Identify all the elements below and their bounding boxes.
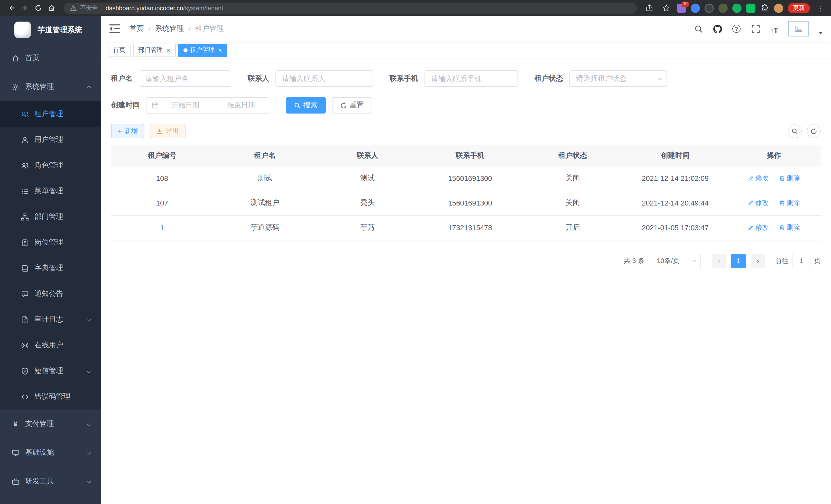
sidebar-item-notice[interactable]: 通知公告 <box>0 281 101 307</box>
export-button[interactable]: 导出 <box>149 124 185 138</box>
mobile-input[interactable] <box>425 70 518 87</box>
delete-link[interactable]: 删除 <box>779 198 800 208</box>
sidebar-item-label: 租户管理 <box>34 110 63 119</box>
extension-icon-4[interactable] <box>718 3 728 12</box>
sidebar-item-role[interactable]: 角色管理 <box>0 153 101 178</box>
browser-refresh-button[interactable] <box>32 2 44 14</box>
user-avatar[interactable] <box>789 21 809 36</box>
chevron-down-icon <box>87 369 91 373</box>
dev-tools-icon <box>11 477 20 485</box>
chevron-down-icon <box>87 479 91 484</box>
breadcrumb-current: 租户管理 <box>195 24 224 33</box>
tag-label: 首页 <box>113 46 125 55</box>
sidebar-item-error-code[interactable]: 错误码管理 <box>0 384 101 410</box>
search-button[interactable]: 搜索 <box>286 97 326 114</box>
reset-button-label: 重置 <box>349 101 364 110</box>
avatar-dropdown-caret-icon[interactable] <box>819 32 823 34</box>
sidebar-item-dept[interactable]: 部门管理 <box>0 204 101 230</box>
goto-page-input[interactable] <box>792 254 810 268</box>
page-number-button[interactable]: 1 <box>731 254 746 268</box>
browser-back-button[interactable] <box>5 2 18 14</box>
header-search-icon[interactable] <box>693 24 704 34</box>
table-header-row: 租户编号 租户名 联系人 联系手机 租户状态 创建时间 操作 <box>111 145 821 166</box>
prev-page-button[interactable]: ‹ <box>712 254 726 268</box>
url-divider <box>102 5 102 11</box>
url-domain: dashboard.yudao.iocoder.cn <box>106 4 183 11</box>
sidebar-item-home[interactable]: 首页 <box>0 44 101 72</box>
browser-forward-button[interactable] <box>19 2 31 14</box>
sidebar-item-label: 字典管理 <box>34 264 63 273</box>
page-size-value: 10条/页 <box>657 256 679 265</box>
bookmark-star-button[interactable] <box>660 2 672 14</box>
sidebar-item-dict[interactable]: 字典管理 <box>0 255 101 281</box>
sidebar-item-label: 岗位管理 <box>34 238 63 247</box>
sidebar-collapse-icon[interactable] <box>109 24 120 34</box>
toggle-search-button[interactable] <box>788 124 802 138</box>
browser-update-button[interactable]: 更新 <box>788 3 810 13</box>
breadcrumb-home[interactable]: 首页 <box>130 24 144 33</box>
sidebar-item-tenant[interactable]: 租户管理 <box>0 101 101 127</box>
edit-link[interactable]: 修改 <box>748 223 769 232</box>
share-button[interactable] <box>643 2 655 14</box>
edit-link-label: 修改 <box>755 198 769 208</box>
sidebar-item-dev-tools[interactable]: 研发工具 <box>0 467 101 496</box>
col-tenant-id: 租户编号 <box>111 145 213 166</box>
sidebar-item-user[interactable]: 用户管理 <box>0 127 101 153</box>
refresh-table-button[interactable] <box>807 124 821 138</box>
tenant-name-input[interactable] <box>139 70 231 87</box>
date-end-placeholder: 结束日期 <box>219 101 264 110</box>
sidebar-item-audit-log[interactable]: 审计日志 <box>0 307 101 332</box>
font-size-icon[interactable]: TT <box>769 24 780 34</box>
sidebar-item-label: 支付管理 <box>25 419 54 428</box>
sidebar-item-infra[interactable]: 基础设施 <box>0 438 101 467</box>
contact-input[interactable] <box>276 70 373 87</box>
tag-tenant[interactable]: 租户管理 × <box>178 43 227 57</box>
delete-link[interactable]: 删除 <box>779 223 800 232</box>
edit-link[interactable]: 修改 <box>748 198 769 208</box>
sidebar-item-sms[interactable]: 短信管理 <box>0 358 101 384</box>
status-select-placeholder: 请选择租户状态 <box>576 74 627 83</box>
tag-home[interactable]: 首页 <box>108 43 131 57</box>
edit-link[interactable]: 修改 <box>748 174 769 183</box>
breadcrumb-system[interactable]: 系统管理 <box>155 24 184 33</box>
close-icon[interactable]: × <box>166 47 170 53</box>
extension-icon-6[interactable] <box>746 3 755 12</box>
delete-link[interactable]: 删除 <box>779 174 800 183</box>
sidebar-item-online-users[interactable]: 在线用户 <box>0 332 101 358</box>
extension-icon-1[interactable]: 10 <box>677 3 686 12</box>
sidebar-item-system[interactable]: 系统管理 <box>0 72 101 101</box>
reset-button[interactable]: 重置 <box>332 97 372 114</box>
extensions-puzzle-icon[interactable] <box>760 3 769 12</box>
col-tenant-name: 租户名 <box>213 145 317 166</box>
sidebar-item-label: 短信管理 <box>34 366 63 376</box>
page-content: 租户名 联系人 联系手机 租户状态 请选择租户状态 <box>101 59 831 504</box>
extension-icon-5[interactable] <box>732 3 742 12</box>
profile-avatar-icon[interactable] <box>774 3 783 12</box>
add-button[interactable]: + 新增 <box>111 124 144 138</box>
tag-dept[interactable]: 部门管理 × <box>133 43 175 57</box>
next-page-button[interactable]: › <box>751 254 765 268</box>
extension-icon-3[interactable] <box>705 3 714 12</box>
browser-address-bar[interactable]: 不安全 dashboard.yudao.iocoder.cn/system/te… <box>64 2 637 13</box>
table-row: 107 测试租户 秃头 15601691300 关闭 2021-12-14 20… <box>111 190 821 215</box>
browser-menu-icon[interactable]: ⋮ <box>814 4 826 12</box>
sidebar-item-payment[interactable]: ¥ 支付管理 <box>0 410 101 438</box>
app-title: 芋道管理系统 <box>37 25 82 35</box>
close-icon[interactable]: × <box>217 47 222 53</box>
breadcrumb-separator: / <box>189 25 191 33</box>
date-range-picker[interactable]: 开始日期 - 结束日期 <box>146 97 269 114</box>
sidebar-item-post[interactable]: 岗位管理 <box>0 230 101 255</box>
error-code-icon <box>21 392 29 401</box>
cell-tenant-id: 107 <box>111 190 213 215</box>
browser-home-button[interactable] <box>45 2 58 14</box>
fullscreen-icon[interactable] <box>750 24 761 34</box>
app-logo[interactable]: 芋道管理系统 <box>0 16 101 44</box>
extension-icon-2[interactable] <box>691 3 700 12</box>
tag-label: 部门管理 <box>138 46 163 55</box>
help-icon[interactable]: ? <box>731 24 742 34</box>
sidebar-item-menu[interactable]: 菜单管理 <box>0 178 101 204</box>
cell-tenant-name: 测试租户 <box>213 190 317 215</box>
page-size-select[interactable]: 10条/页 <box>652 254 701 268</box>
status-select[interactable]: 请选择租户状态 <box>569 70 667 87</box>
github-icon[interactable] <box>712 24 722 34</box>
